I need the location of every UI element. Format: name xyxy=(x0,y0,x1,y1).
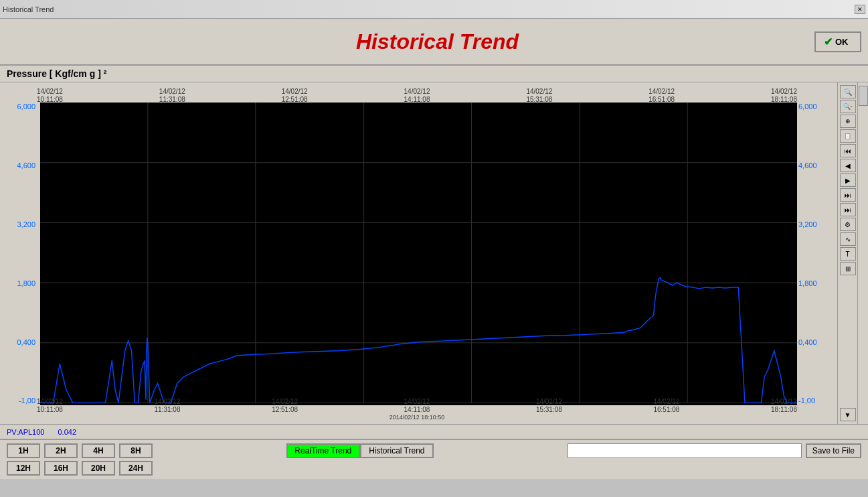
end-button[interactable]: ⏭ xyxy=(840,203,856,216)
scrollbar-thumb[interactable] xyxy=(859,86,868,106)
text-button[interactable]: T xyxy=(840,247,856,261)
time-2h-button[interactable]: 2H xyxy=(44,443,78,458)
zoom-area-icon: ⊕ xyxy=(845,118,851,125)
time-20h-button[interactable]: 20H xyxy=(82,461,115,476)
time-4h-button[interactable]: 4H xyxy=(82,443,115,458)
chart-plot[interactable] xyxy=(40,102,797,405)
x-axis-bottom: 14/02/1210:11:08 14/02/1211:31:08 14/02/… xyxy=(37,398,797,421)
close-button[interactable]: ✕ xyxy=(855,5,865,14)
prev-fast-icon: ◀ xyxy=(845,162,851,169)
main-header: Historical Trend ✔ OK xyxy=(0,19,868,66)
x-axis-top: 14/02/1210:11:08 14/02/1211:31:08 14/02/… xyxy=(37,88,797,104)
y-axis-label: Pressure [ Kgf/cm g ] ² xyxy=(0,66,868,82)
end-icon: ⏭ xyxy=(845,206,851,214)
chart-area: 14/02/1210:11:08 14/02/1211:31:08 14/02/… xyxy=(0,82,868,424)
last-fast-icon: ⏭ xyxy=(845,192,851,199)
wave-button[interactable]: ∿ xyxy=(840,232,856,246)
settings-icon: ⚙ xyxy=(845,221,851,228)
grid-button[interactable]: ⊞ xyxy=(840,262,856,275)
wave-icon: ∿ xyxy=(845,236,851,243)
page-title: Historical Trend xyxy=(60,29,814,54)
time-24h-button[interactable]: 24H xyxy=(119,461,153,476)
bottom-info-bar: PV:APL100 0.042 xyxy=(0,424,868,439)
save-to-file-button[interactable]: Save to File xyxy=(806,443,861,458)
settings-button[interactable]: ⚙ xyxy=(840,218,856,231)
time-12h-button[interactable]: 12H xyxy=(7,461,40,476)
realtime-trend-button[interactable]: RealTime Trend xyxy=(286,443,360,458)
zoom-in-icon: 🔍 xyxy=(844,88,852,96)
controls-row-2: 12H 16H 20H 24H xyxy=(7,461,861,476)
y-axis-left: 6,000 4,600 3,200 1,800 0,400 -1,00 xyxy=(3,102,35,405)
time-16h-button[interactable]: 16H xyxy=(44,461,78,476)
scroll-down-button[interactable]: ▼ xyxy=(840,408,856,421)
scroll-down-icon: ▼ xyxy=(845,411,851,419)
next-fast-icon: ▶ xyxy=(845,177,851,184)
filename-input[interactable] xyxy=(568,443,802,458)
chart-svg xyxy=(40,102,797,403)
title-bar: Historical Trend ✕ xyxy=(0,0,868,19)
vertical-scrollbar[interactable] xyxy=(857,82,868,424)
bottom-controls: 1H 2H 4H 8H RealTime Trend Historical Tr… xyxy=(0,439,868,479)
prev-fast-button[interactable]: ◀ xyxy=(840,159,856,172)
last-fast-button[interactable]: ⏭ xyxy=(840,188,856,202)
text-icon: T xyxy=(845,251,849,258)
time-1h-button[interactable]: 1H xyxy=(7,443,40,458)
next-fast-button[interactable]: ▶ xyxy=(840,173,856,187)
controls-row-1: 1H 2H 4H 8H RealTime Trend Historical Tr… xyxy=(7,443,861,458)
copy-button[interactable]: 📋 xyxy=(840,129,856,143)
zoom-out-button[interactable]: 🔍- xyxy=(840,100,856,113)
zoom-out-icon: 🔍- xyxy=(843,103,853,110)
pv-value: 0.042 xyxy=(58,428,76,436)
historical-trend-button[interactable]: Historical Trend xyxy=(360,443,434,458)
sidebar-toolbar: 🔍 🔍- ⊕ 📋 ⏮ ◀ ▶ ⏭ ⏭ ⚙ ∿ xyxy=(837,82,857,424)
ok-button[interactable]: ✔ OK xyxy=(814,31,861,52)
copy-icon: 📋 xyxy=(844,133,851,139)
pv-label: PV:APL100 xyxy=(7,428,44,436)
zoom-in-button[interactable]: 🔍 xyxy=(840,85,856,98)
first-icon: ⏮ xyxy=(845,147,851,155)
grid-icon: ⊞ xyxy=(845,265,851,273)
time-8h-button[interactable]: 8H xyxy=(119,443,153,458)
y-axis-right: 6,000 4,600 3,200 1,800 0,400 -1,00 xyxy=(798,102,832,405)
zoom-area-button[interactable]: ⊕ xyxy=(840,115,856,128)
first-button[interactable]: ⏮ xyxy=(840,144,856,157)
app-name: Historical Trend xyxy=(3,5,54,13)
check-icon: ✔ xyxy=(824,36,833,48)
